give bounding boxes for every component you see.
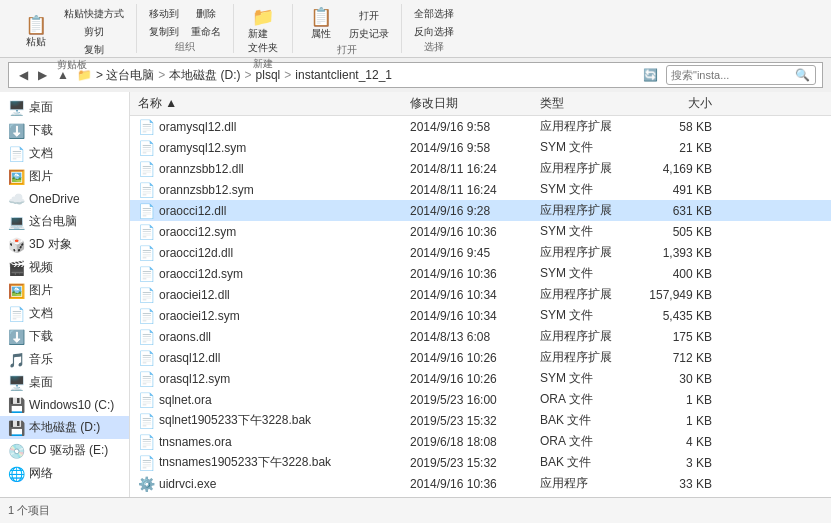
- table-row[interactable]: 📄 oraocci12d.sym 2014/9/16 10:36 SYM 文件 …: [130, 263, 831, 284]
- sidebar-item-download2[interactable]: ⬇️下载: [0, 325, 129, 348]
- reverse-select-button[interactable]: 反向选择: [410, 24, 458, 40]
- table-row[interactable]: 📄 orannzsbb12.sym 2014/8/11 16:24 SYM 文件…: [130, 179, 831, 200]
- file-type-cell: SYM 文件: [540, 139, 640, 156]
- sidebar-item-windows-c[interactable]: 💾Windows10 (C:): [0, 394, 129, 416]
- table-row[interactable]: 📄 oraocci12d.dll 2014/9/16 9:45 应用程序扩展 1…: [130, 242, 831, 263]
- sidebar-item-onedrive[interactable]: ☁️OneDrive: [0, 188, 129, 210]
- cut-button[interactable]: 剪切: [60, 24, 128, 40]
- paste-button[interactable]: 📋 粘贴: [16, 14, 56, 51]
- file-name: tnsnames1905233下午3228.bak: [159, 454, 331, 471]
- file-type-cell: 应用程序扩展: [540, 328, 640, 345]
- table-row[interactable]: 📄 oraocci12.dll 2014/9/16 9:28 应用程序扩展 63…: [130, 200, 831, 221]
- sidebar-item-this-pc[interactable]: 💻这台电脑: [0, 210, 129, 233]
- table-row[interactable]: 📄 sqlnet.ora 2019/5/23 16:00 ORA 文件 1 KB: [130, 389, 831, 410]
- file-name-cell: 📄 orannzsbb12.sym: [130, 182, 410, 198]
- address-path[interactable]: 📁 > 这台电脑 > 本地磁盘 (D:) > plsql > instantcl…: [77, 67, 635, 84]
- sidebar-item-download[interactable]: ⬇️下载: [0, 119, 129, 142]
- open-group-label: 打开: [337, 43, 357, 59]
- sidebar-icon-pictures: 🖼️: [8, 169, 25, 185]
- status-bar: 1 个项目: [0, 497, 831, 523]
- table-row[interactable]: 📄 uidrvci.sym 2014/9/16 10:36 SYM 文件 12 …: [130, 494, 831, 497]
- table-row[interactable]: 📄 orannzsbb12.dll 2014/8/11 16:24 应用程序扩展…: [130, 158, 831, 179]
- table-row[interactable]: 📄 oraocci12.sym 2014/9/16 10:36 SYM 文件 5…: [130, 221, 831, 242]
- copy-to-button[interactable]: 复制到: [145, 24, 183, 40]
- search-box[interactable]: 🔍: [666, 65, 816, 85]
- table-row[interactable]: 📄 oramysql12.dll 2014/9/16 9:58 应用程序扩展 5…: [130, 116, 831, 137]
- file-date-cell: 2014/9/16 10:34: [410, 309, 540, 323]
- file-size-cell: 30 KB: [640, 372, 720, 386]
- table-row[interactable]: 📄 orasql12.dll 2014/9/16 10:26 应用程序扩展 71…: [130, 347, 831, 368]
- path-plsql[interactable]: plsql: [256, 68, 281, 82]
- sidebar-item-pictures2[interactable]: 🖼️图片: [0, 279, 129, 302]
- file-date-cell: 2014/9/16 10:36: [410, 267, 540, 281]
- file-name-cell: 📄 oraons.dll: [130, 329, 410, 345]
- col-header-name[interactable]: 名称 ▲: [130, 95, 410, 112]
- sidebar-label-documents2: 文档: [29, 305, 53, 322]
- new-folder-button[interactable]: 📁 新建文件夹: [242, 6, 284, 57]
- file-icon: 📄: [138, 371, 155, 387]
- sidebar-item-network[interactable]: 🌐网络: [0, 462, 129, 485]
- file-name: oraociei12.dll: [159, 288, 230, 302]
- table-row[interactable]: 📄 oraociei12.dll 2014/9/16 10:34 应用程序扩展 …: [130, 284, 831, 305]
- sidebar-icon-documents: 📄: [8, 146, 25, 162]
- path-local-d[interactable]: 本地磁盘 (D:): [169, 67, 240, 84]
- col-header-type[interactable]: 类型: [540, 95, 640, 112]
- file-size-cell: 631 KB: [640, 204, 720, 218]
- col-header-size[interactable]: 大小: [640, 95, 720, 112]
- sidebar-item-cd-e[interactable]: 💿CD 驱动器 (E:): [0, 439, 129, 462]
- paste-label: 粘贴: [26, 35, 46, 49]
- file-date-cell: 2014/9/16 10:34: [410, 288, 540, 302]
- sidebar-icon-this-pc: 💻: [8, 214, 25, 230]
- delete-button[interactable]: 删除: [187, 6, 225, 22]
- history-button[interactable]: 历史记录: [345, 26, 393, 42]
- table-row[interactable]: 📄 oramysql12.sym 2014/9/16 9:58 SYM 文件 2…: [130, 137, 831, 158]
- file-name-cell: 📄 orasql12.sym: [130, 371, 410, 387]
- file-type-cell: SYM 文件: [540, 265, 640, 282]
- table-row[interactable]: ⚙️ uidrvci.exe 2014/9/16 10:36 应用程序 33 K…: [130, 473, 831, 494]
- select-all-button[interactable]: 全部选择: [410, 6, 458, 22]
- file-size-cell: 3 KB: [640, 456, 720, 470]
- sidebar-item-desktop[interactable]: 🖥️桌面: [0, 96, 129, 119]
- sidebar-item-3d-objects[interactable]: 🎲3D 对象: [0, 233, 129, 256]
- sidebar-icon-documents2: 📄: [8, 306, 25, 322]
- path-instantclient[interactable]: instantclient_12_1: [295, 68, 392, 82]
- copy-button[interactable]: 复制: [60, 42, 128, 58]
- sidebar-icon-network: 🌐: [8, 466, 25, 482]
- sidebar-label-pictures2: 图片: [29, 282, 53, 299]
- properties-button[interactable]: 📋 属性: [301, 6, 341, 43]
- col-header-date[interactable]: 修改日期: [410, 95, 540, 112]
- back-button[interactable]: ◀: [15, 66, 32, 84]
- file-type-cell: SYM 文件: [540, 496, 640, 497]
- file-list-container: 名称 ▲ 修改日期 类型 大小 📄 oramysql12.dll 2014/9/…: [130, 92, 831, 497]
- sidebar-item-pictures[interactable]: 🖼️图片: [0, 165, 129, 188]
- sidebar-icon-download: ⬇️: [8, 123, 25, 139]
- table-row[interactable]: 📄 oraons.dll 2014/8/13 6:08 应用程序扩展 175 K…: [130, 326, 831, 347]
- new-buttons: 📁 新建文件夹: [242, 6, 284, 57]
- toolbar: 📋 粘贴 粘贴快捷方式 剪切 复制 剪贴板 移动到: [0, 0, 831, 58]
- up-button[interactable]: ▲: [53, 66, 73, 84]
- table-row[interactable]: 📄 tnsnames1905233下午3228.bak 2019/5/23 15…: [130, 452, 831, 473]
- table-row[interactable]: 📄 sqlnet1905233下午3228.bak 2019/5/23 15:3…: [130, 410, 831, 431]
- open-button[interactable]: 打开: [345, 8, 393, 24]
- history-label: 历史记录: [349, 27, 389, 41]
- sidebar-label-onedrive: OneDrive: [29, 192, 80, 206]
- refresh-button[interactable]: 🔄: [639, 66, 662, 84]
- sidebar-item-video[interactable]: 🎬视频: [0, 256, 129, 279]
- table-row[interactable]: 📄 tnsnames.ora 2019/6/18 18:08 ORA 文件 4 …: [130, 431, 831, 452]
- sidebar-item-music[interactable]: 🎵音乐: [0, 348, 129, 371]
- sidebar-item-documents2[interactable]: 📄文档: [0, 302, 129, 325]
- move-to-button[interactable]: 移动到: [145, 6, 183, 22]
- file-size-cell: 712 KB: [640, 351, 720, 365]
- search-input[interactable]: [671, 69, 791, 81]
- paste-quick-button[interactable]: 粘贴快捷方式: [60, 6, 128, 22]
- sidebar-item-documents[interactable]: 📄文档: [0, 142, 129, 165]
- sidebar-item-desktop2[interactable]: 🖥️桌面: [0, 371, 129, 394]
- table-row[interactable]: 📄 orasql12.sym 2014/9/16 10:26 SYM 文件 30…: [130, 368, 831, 389]
- rename-button[interactable]: 重命名: [187, 24, 225, 40]
- file-type-cell: SYM 文件: [540, 223, 640, 240]
- forward-button[interactable]: ▶: [34, 66, 51, 84]
- file-name: oramysql12.sym: [159, 141, 246, 155]
- sidebar-item-local-d[interactable]: 💾本地磁盘 (D:): [0, 416, 129, 439]
- path-this-pc[interactable]: > 这台电脑: [96, 67, 154, 84]
- table-row[interactable]: 📄 oraociei12.sym 2014/9/16 10:34 SYM 文件 …: [130, 305, 831, 326]
